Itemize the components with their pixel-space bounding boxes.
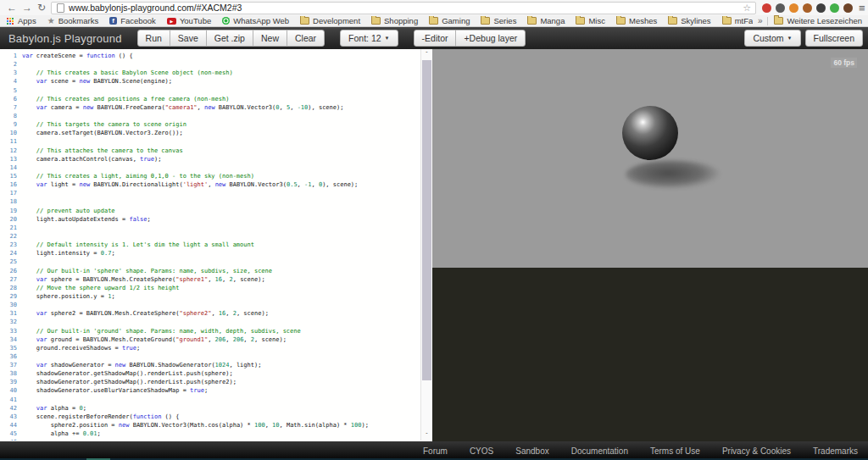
run-button[interactable]: Run bbox=[137, 30, 170, 47]
line-number: 9 bbox=[0, 120, 17, 129]
reload-icon[interactable]: ↻ bbox=[37, 3, 46, 13]
code-line: 10 camera.setTarget(BABYLON.Vector3.Zero… bbox=[0, 129, 421, 137]
code-line: 40 shadowGenerator.useBlurVarianceShadow… bbox=[0, 386, 421, 395]
extension-orange-eye[interactable] bbox=[789, 3, 798, 13]
chrome-menu-icon[interactable]: ≡ bbox=[859, 3, 865, 14]
scroll-down-icon[interactable]: ˇ bbox=[421, 430, 432, 441]
code-line: 18 bbox=[0, 197, 421, 206]
back-icon[interactable]: ← bbox=[7, 3, 17, 13]
browser-toolbar: ← → ↻ www.babylonjs-playground.com/#XACM… bbox=[0, 0, 868, 15]
code-line: 43 scene.registerBeforeRender(function (… bbox=[0, 413, 421, 421]
bookmark-label: Development bbox=[313, 16, 360, 25]
scroll-up-icon[interactable]: ˇ​ bbox=[421, 49, 432, 59]
bookmark-youtube[interactable]: ▶YouTube bbox=[167, 16, 211, 25]
code-line: 25 bbox=[0, 258, 421, 266]
line-number: 20 bbox=[0, 215, 17, 224]
editor-button[interactable]: -Editor bbox=[414, 30, 457, 47]
bookmark-label: Manga bbox=[540, 16, 565, 25]
bookmark-series[interactable]: Series bbox=[481, 16, 516, 25]
folder-icon bbox=[371, 17, 381, 25]
footer-link-sandbox[interactable]: Sandbox bbox=[515, 446, 548, 456]
code-line: 5 bbox=[0, 86, 421, 95]
bookmark-shopping[interactable]: Shopping bbox=[371, 16, 418, 25]
rendered-sphere bbox=[622, 106, 678, 160]
bookmark-star-icon[interactable]: ☆ bbox=[743, 3, 751, 13]
chevron-down-icon: ▼ bbox=[385, 36, 390, 41]
footer-link-documentation[interactable]: Documentation bbox=[571, 446, 628, 456]
line-number: 28 bbox=[0, 284, 17, 292]
font-size-button[interactable]: Font: 12 ▼ bbox=[340, 30, 398, 47]
line-number: 46 bbox=[0, 438, 17, 441]
bookmark-label: Apps bbox=[18, 16, 36, 25]
extension-brown-sphere[interactable] bbox=[843, 3, 853, 13]
footer-link-forum[interactable]: Forum bbox=[423, 446, 448, 456]
bookmark-meshes[interactable]: Meshes bbox=[616, 16, 657, 25]
line-number: 35 bbox=[0, 344, 17, 352]
extension-green-circle[interactable] bbox=[830, 3, 839, 13]
code-line: 27 var sphere = BABYLON.Mesh.CreateSpher… bbox=[0, 275, 421, 284]
font-size-label: Font: 12 bbox=[348, 33, 381, 43]
bookmark-label: Facebook bbox=[120, 16, 156, 25]
main-content: 1var createScene = function () {23 // Th… bbox=[0, 49, 868, 441]
fullscreen-button[interactable]: Fullscreen bbox=[805, 30, 863, 47]
line-number: 33 bbox=[0, 327, 17, 335]
action-button-group: RunSaveGet .zipNewClear bbox=[137, 30, 326, 47]
bookmark-whatsapp-web[interactable]: WhatsApp Web bbox=[222, 16, 289, 25]
footer-link-cyos[interactable]: CYOS bbox=[470, 446, 493, 456]
bookmark-label: Shopping bbox=[384, 16, 418, 25]
bookmark-development[interactable]: Development bbox=[300, 16, 360, 25]
bookmark-bookmarks[interactable]: ★Bookmarks bbox=[47, 16, 98, 25]
new-button[interactable]: New bbox=[253, 30, 287, 47]
bookmark-gaming[interactable]: Gaming bbox=[429, 16, 470, 25]
code-line: 1var createScene = function () { bbox=[0, 52, 421, 60]
line-number: 17 bbox=[0, 189, 17, 197]
extension-red-circle[interactable] bbox=[762, 3, 771, 13]
bookmarks-overflow-chevron[interactable]: » bbox=[753, 16, 768, 25]
line-number: 24 bbox=[0, 249, 17, 258]
code-line: 20 light.autoUpdateExtends = false; bbox=[0, 215, 421, 224]
line-number: 29 bbox=[0, 292, 17, 301]
code-line: 23 // Default intensity is 1. Let's dim … bbox=[0, 241, 421, 249]
extension-clock[interactable] bbox=[816, 3, 826, 13]
line-number: 16 bbox=[0, 180, 17, 189]
other-bookmarks-folder[interactable]: Weitere Lesezeichen bbox=[774, 16, 868, 25]
scrollbar-thumb[interactable] bbox=[422, 60, 431, 380]
footer-link-terms-of-use[interactable]: Terms of Use bbox=[650, 446, 700, 456]
playground-toolbar: Babylon.js Playground RunSaveGet .zipNew… bbox=[0, 27, 868, 49]
footer-link-trademarks[interactable]: Trademarks bbox=[813, 446, 858, 456]
custom-size-button[interactable]: Custom ▼ bbox=[744, 30, 800, 47]
code-editor[interactable]: 1var createScene = function () {23 // Th… bbox=[0, 49, 432, 441]
code-line: 38 shadowGenerator.getShadowMap().render… bbox=[0, 369, 421, 378]
render-canvas[interactable]: 60 fps bbox=[432, 49, 868, 441]
line-number: 23 bbox=[0, 241, 17, 249]
code-line: 39 shadowGenerator.getShadowMap().render… bbox=[0, 378, 421, 386]
address-bar[interactable]: www.babylonjs-playground.com/#XACM2#3 ☆ bbox=[51, 2, 756, 14]
bookmark-apps[interactable]: Apps bbox=[7, 16, 36, 25]
right-button-group: Custom ▼ Fullscreen bbox=[745, 30, 863, 47]
bookmark-manga[interactable]: Manga bbox=[527, 16, 565, 25]
code-line: 13 camera.attachControl(canvas, true); bbox=[0, 155, 421, 163]
code-line: 6 // This creates and positions a free c… bbox=[0, 95, 421, 103]
clear-button[interactable]: Clear bbox=[287, 30, 325, 47]
bookmark-skylines[interactable]: Skylines bbox=[668, 16, 710, 25]
code-lines: 1var createScene = function () {23 // Th… bbox=[0, 52, 421, 441]
url-text[interactable]: www.babylonjs-playground.com/#XACM2#3 bbox=[69, 3, 743, 13]
bookmark-facebook[interactable]: fFacebook bbox=[109, 16, 156, 25]
code-line: 9 // This targets the camera to scene or… bbox=[0, 120, 421, 129]
other-bookmarks-label: Weitere Lesezeichen bbox=[787, 16, 862, 25]
bookmark-label: mtFacebook bbox=[735, 16, 753, 25]
code-line: 29 sphere.position.y = 1; bbox=[0, 292, 421, 301]
forward-icon[interactable]: → bbox=[22, 3, 32, 13]
line-number: 36 bbox=[0, 352, 17, 361]
bookmark-mtfacebook[interactable]: mtFacebook bbox=[722, 16, 753, 25]
extension-pen[interactable] bbox=[776, 3, 785, 13]
debug-layer-button[interactable]: +Debug layer bbox=[455, 30, 526, 47]
get-zip-button[interactable]: Get .zip bbox=[206, 30, 253, 47]
line-number: 42 bbox=[0, 404, 17, 413]
line-number: 22 bbox=[0, 232, 17, 241]
editor-scrollbar[interactable]: ˇ​ ˇ bbox=[420, 49, 432, 441]
footer-link-privacy-cookies[interactable]: Privacy & Cookies bbox=[722, 446, 791, 456]
bookmark-misc[interactable]: Misc bbox=[576, 16, 605, 25]
save-button[interactable]: Save bbox=[170, 30, 207, 47]
extension-hammer[interactable] bbox=[803, 3, 812, 13]
